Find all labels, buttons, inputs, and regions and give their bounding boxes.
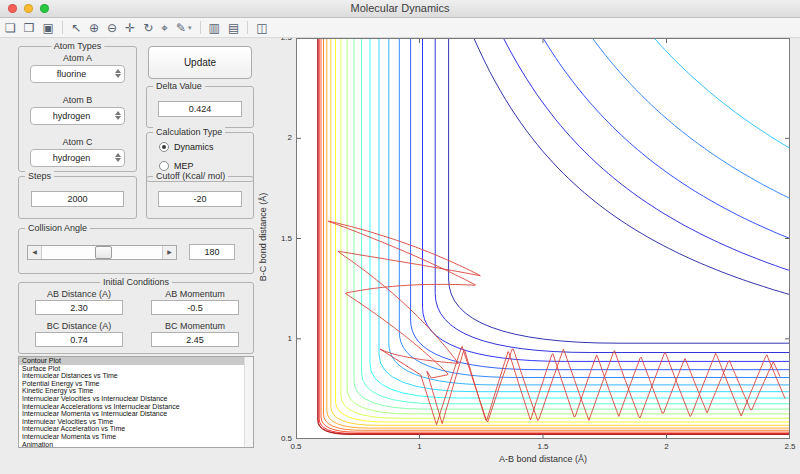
dropdown-arrows-icon xyxy=(115,153,121,162)
plot-type-listbox[interactable]: Contour PlotSurface PlotInternuclear Dis… xyxy=(18,356,254,448)
steps-panel: Steps 2000 xyxy=(18,176,137,219)
ab-momentum-label: AB Momentum xyxy=(143,289,247,299)
new-figure-icon[interactable]: ❏ xyxy=(5,22,16,34)
list-item[interactable]: Internulear Velocities vs Time xyxy=(19,418,253,426)
collision-angle-slider[interactable]: ◀ ▶ xyxy=(27,245,177,260)
ab-distance-field[interactable]: 2.30 xyxy=(35,300,123,315)
panel-title: Collision Angle xyxy=(25,223,90,233)
slider-left-arrow-icon[interactable]: ◀ xyxy=(28,246,42,259)
list-item[interactable]: Internuclear Momenta vs Time xyxy=(19,433,253,441)
atom-b-value: hydrogen xyxy=(31,108,112,124)
open-file-icon[interactable]: ❒ xyxy=(24,22,35,34)
atom-c-value: hydrogen xyxy=(31,150,112,166)
panel-title: Initial Conditions xyxy=(100,277,172,287)
initial-conditions-panel: Initial Conditions AB Distance (A) 2.30 … xyxy=(18,282,254,354)
panel-title: Delta Value xyxy=(153,81,205,91)
x-tick-label: 2 xyxy=(655,442,679,451)
bc-distance-label: BC Distance (A) xyxy=(27,321,131,331)
atom-c-label: Atom C xyxy=(19,137,136,147)
y-axis-label: B-C bond distance (Å) xyxy=(258,157,268,317)
x-tick-label: 1.5 xyxy=(531,442,555,451)
window-title: Molecular Dynamics xyxy=(0,0,800,17)
atom-c-dropdown[interactable]: hydrogen xyxy=(30,149,125,167)
pan-icon[interactable]: ✛ xyxy=(125,22,135,34)
delta-value-panel: Delta Value 0.424 xyxy=(146,86,254,128)
bc-momentum-field[interactable]: 2.45 xyxy=(151,332,239,347)
data-cursor-icon[interactable]: ⌖ xyxy=(161,22,168,34)
toolbar-separator xyxy=(247,21,248,34)
list-item[interactable]: Internuclear Acceleration vs Time xyxy=(19,425,253,433)
list-item[interactable]: Contour Plot xyxy=(19,357,253,365)
list-item[interactable]: Kinetic Energy vs Time xyxy=(19,387,253,395)
dropdown-arrows-icon xyxy=(115,111,121,120)
panel-title: Cutoff (Kcal/ mol) xyxy=(153,171,228,181)
update-button[interactable]: Update xyxy=(148,46,252,79)
cutoff-field[interactable]: -20 xyxy=(158,191,242,207)
y-tick-label: 1.5 xyxy=(270,234,292,243)
atom-a-value: fluorine xyxy=(31,66,112,82)
y-tick-label: 1 xyxy=(270,334,292,343)
insert-colorbar-icon[interactable]: ▥ xyxy=(209,22,220,34)
list-item[interactable]: Internuclear Accelerations vs Internucle… xyxy=(19,403,253,411)
atom-a-dropdown[interactable]: fluorine xyxy=(30,65,125,83)
radio-label: MEP xyxy=(174,161,194,171)
bc-momentum-label: BC Momentum xyxy=(143,321,247,331)
atom-a-label: Atom A xyxy=(19,53,136,63)
radio-label: Dynamics xyxy=(174,142,214,152)
brush-icon[interactable]: ✎ xyxy=(176,22,186,34)
toolbar-separator xyxy=(200,21,201,34)
x-tick-label: 2.5 xyxy=(778,442,800,451)
y-tick-label: 0.5 xyxy=(270,434,292,443)
contour-plot[interactable] xyxy=(296,38,790,439)
list-item[interactable]: Potential Energy vs Time xyxy=(19,380,253,388)
rotate-3d-icon[interactable]: ↻ xyxy=(143,22,153,34)
x-tick-label: 1 xyxy=(408,442,432,451)
toolbar-separator xyxy=(62,21,63,34)
insert-legend-icon[interactable]: ▤ xyxy=(228,22,239,34)
x-axis-label: A-B bond distance (Å) xyxy=(296,454,790,464)
cutoff-panel: Cutoff (Kcal/ mol) -20 xyxy=(146,176,254,219)
panel-title: Steps xyxy=(25,171,54,181)
x-tick-label: 0.5 xyxy=(284,442,308,451)
radio-icon xyxy=(159,161,169,171)
collision-angle-field[interactable]: 180 xyxy=(189,244,235,260)
delta-value-field[interactable]: 0.424 xyxy=(158,101,242,117)
collision-angle-panel: Collision Angle ◀ ▶ 180 xyxy=(18,228,254,274)
radio-option-dynamics[interactable]: Dynamics xyxy=(159,142,214,152)
ab-momentum-field[interactable]: -0.5 xyxy=(151,300,239,315)
y-tick-label: 2 xyxy=(270,133,292,142)
ab-distance-label: AB Distance (A) xyxy=(27,289,131,299)
atom-types-panel: Atom Types Atom A fluorine Atom B hydrog… xyxy=(18,46,137,172)
list-item[interactable]: Internuclear Velocities vs Internuclear … xyxy=(19,395,253,403)
brush-menu-arrow-icon[interactable]: ▾ xyxy=(188,24,192,31)
atom-b-dropdown[interactable]: hydrogen xyxy=(30,107,125,125)
zoom-in-icon[interactable]: ⊕ xyxy=(89,22,99,34)
slider-thumb[interactable] xyxy=(95,246,112,259)
list-item[interactable]: Internuclear Distances vs Time xyxy=(19,372,253,380)
list-item[interactable]: Internuclear Momenta vs Internuclear Dis… xyxy=(19,410,253,418)
titlebar: Molecular Dynamics xyxy=(0,0,800,18)
plot-tools-icon[interactable]: ◫ xyxy=(256,22,267,34)
listbox-scrollbar[interactable] xyxy=(244,357,253,447)
radio-icon xyxy=(159,142,169,152)
slider-right-arrow-icon[interactable]: ▶ xyxy=(162,246,176,259)
bc-distance-field[interactable]: 0.74 xyxy=(35,332,123,347)
atom-b-label: Atom B xyxy=(19,95,136,105)
list-item[interactable]: Surface Plot xyxy=(19,365,253,373)
slider-track[interactable] xyxy=(42,246,162,259)
zoom-out-icon[interactable]: ⊖ xyxy=(107,22,117,34)
toolbar: ❏❒▣↖⊕⊖✛↻⌖✎▾▥▤◫ xyxy=(0,18,800,38)
panel-title: Atom Types xyxy=(51,41,104,51)
dropdown-arrows-icon xyxy=(115,69,121,78)
list-item[interactable]: Animation xyxy=(19,441,253,448)
pointer-icon[interactable]: ↖ xyxy=(71,22,81,34)
save-figure-icon[interactable]: ▣ xyxy=(43,22,54,34)
panel-title: Calculation Type xyxy=(153,127,225,137)
steps-field[interactable]: 2000 xyxy=(31,191,124,207)
radio-option-mep[interactable]: MEP xyxy=(159,161,194,171)
